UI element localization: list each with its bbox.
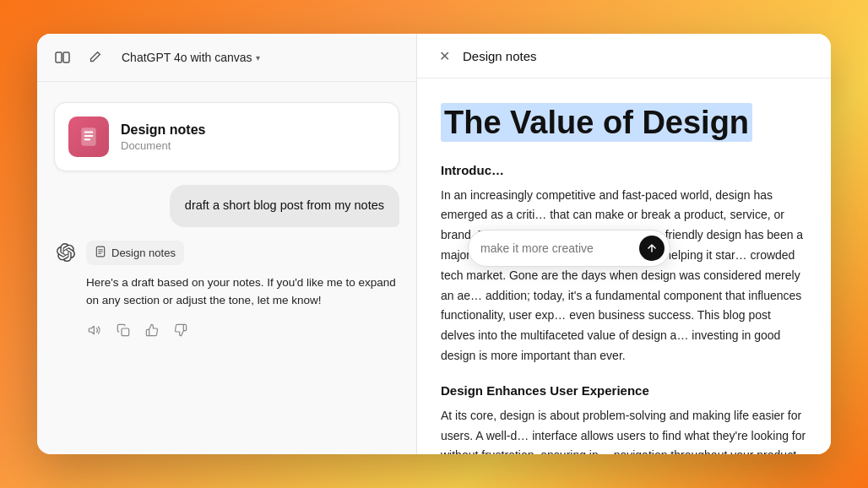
svg-rect-1	[63, 52, 69, 62]
design-notes-tag-label: Design notes	[111, 247, 176, 259]
thumbs-up-button[interactable]	[144, 322, 160, 339]
model-selector[interactable]: ChatGPT 4o with canvas ▾	[115, 47, 267, 68]
inline-edit-bar	[468, 230, 670, 267]
document-tag-icon	[95, 246, 106, 260]
svg-rect-2	[81, 127, 95, 146]
assistant-row: Design notes Here's a draft based on you…	[54, 241, 399, 339]
document-subtitle: Document	[121, 139, 205, 152]
right-panel-title: Design notes	[463, 49, 537, 63]
assistant-section: Design notes Here's a draft based on you…	[54, 241, 399, 339]
document-icon	[68, 117, 109, 157]
assistant-avatar	[54, 241, 78, 264]
model-label: ChatGPT 4o with canvas	[122, 51, 252, 64]
left-header: ChatGPT 4o with canvas ▾	[37, 34, 416, 82]
chevron-down-icon: ▾	[256, 53, 260, 62]
inline-edit-input[interactable]	[480, 241, 632, 255]
assistant-response-text: Here's a draft based on your notes. If y…	[86, 274, 399, 310]
section2-title: Design Enhances User Experience	[441, 383, 807, 398]
copy-button[interactable]	[115, 322, 132, 339]
svg-rect-5	[122, 328, 129, 336]
right-header: ✕ Design notes	[417, 34, 831, 79]
close-button[interactable]: ✕	[434, 46, 454, 66]
document-info: Design notes Document	[121, 122, 205, 152]
left-panel: ChatGPT 4o with canvas ▾ Design notes Do…	[37, 34, 417, 454]
document-card[interactable]: Design notes Document	[54, 102, 399, 171]
new-chat-button[interactable]	[83, 46, 106, 69]
document-heading: The Value of Design	[441, 103, 752, 142]
right-panel: ✕ Design notes The Value of Design Intro…	[417, 34, 831, 454]
left-content: Design notes Document draft a short blog…	[37, 82, 416, 454]
speaker-button[interactable]	[86, 322, 103, 339]
assistant-body: Design notes Here's a draft based on you…	[86, 241, 399, 339]
feedback-row	[86, 322, 399, 339]
app-window: ChatGPT 4o with canvas ▾ Design notes Do…	[37, 34, 831, 454]
svg-rect-0	[56, 52, 62, 62]
intro-section-title: Introduc…	[441, 163, 807, 177]
svg-marker-4	[89, 326, 94, 333]
document-title: Design notes	[121, 122, 205, 138]
design-notes-tag: Design notes	[86, 241, 184, 265]
section2-body-text: At its core, design is about problem-sol…	[441, 406, 807, 454]
sidebar-toggle-button[interactable]	[51, 46, 74, 69]
user-message: draft a short blog post from my notes	[170, 185, 399, 227]
thumbs-down-button[interactable]	[172, 322, 189, 339]
intro-body-text: In an increasingly competitive and fast-…	[441, 186, 807, 366]
inline-send-button[interactable]	[639, 236, 665, 261]
